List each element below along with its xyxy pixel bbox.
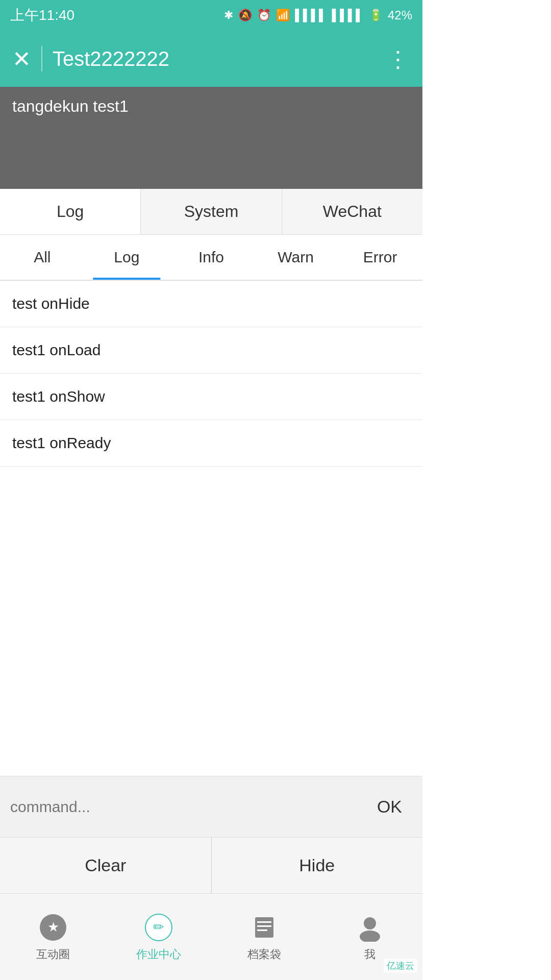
nav-label-homework: 作业中心: [136, 947, 181, 962]
main-tabs: Log System WeChat: [0, 189, 422, 235]
wifi-icon: 📶: [276, 9, 290, 22]
log-area: test onHide test1 onLoad test1 onShow te…: [0, 281, 422, 567]
status-bar: 上午11:40 ✱ 🔕 ⏰ 📶 ▌▌▌▌ ▌▌▌▌ 🔋 42%: [0, 0, 422, 31]
nav-item-social[interactable]: ★ 互动圈: [0, 912, 106, 962]
nav-label-social: 互动圈: [36, 947, 70, 962]
bottom-nav: ★ 互动圈 ✏ 作业中心 档案袋: [0, 893, 422, 980]
app-bar-title: Test2222222: [53, 47, 387, 70]
tab-log[interactable]: Log: [0, 189, 141, 234]
signal-icon-2: ▌▌▌▌: [332, 9, 364, 22]
svg-text:✏: ✏: [153, 919, 164, 935]
log-item: test1 onShow: [0, 374, 422, 420]
hide-button[interactable]: Hide: [212, 838, 423, 893]
filter-tabs: All Log Info Warn Error: [0, 235, 422, 281]
app-bar: ✕ Test2222222 ⋮: [0, 31, 422, 87]
alarm-icon: ⏰: [257, 9, 271, 22]
action-bar: Clear Hide: [0, 837, 422, 893]
svg-rect-4: [255, 917, 273, 938]
tab-wechat[interactable]: WeChat: [282, 189, 422, 234]
bluetooth-icon: ✱: [224, 9, 233, 22]
preview-area: tangdekun test1: [0, 87, 422, 189]
files-icon: [249, 912, 280, 943]
watermark: 亿速云: [384, 959, 417, 973]
filter-tab-error[interactable]: Error: [338, 235, 422, 280]
signal-icon-1: ▌▌▌▌: [295, 9, 327, 22]
clear-button[interactable]: Clear: [0, 838, 212, 893]
ok-button[interactable]: OK: [367, 792, 412, 822]
status-icons: ✱ 🔕 ⏰ 📶 ▌▌▌▌ ▌▌▌▌ 🔋 42%: [224, 8, 412, 22]
svg-rect-6: [257, 925, 271, 927]
filter-tab-all[interactable]: All: [0, 235, 85, 280]
more-button[interactable]: ⋮: [387, 46, 410, 72]
battery-icon: 🔋: [369, 9, 383, 22]
nav-label-files: 档案袋: [247, 947, 281, 962]
social-icon: ★: [38, 912, 68, 943]
svg-point-9: [360, 930, 380, 942]
homework-icon: ✏: [143, 912, 174, 943]
nav-label-me: 我: [364, 947, 375, 962]
nav-item-homework[interactable]: ✏ 作业中心: [106, 912, 211, 962]
filter-tab-warn[interactable]: Warn: [254, 235, 338, 280]
command-area: OK: [0, 776, 422, 837]
close-button[interactable]: ✕: [12, 46, 31, 72]
svg-point-8: [364, 917, 376, 929]
preview-text: tangdekun test1: [12, 97, 129, 115]
command-input[interactable]: [10, 776, 367, 837]
nav-item-files[interactable]: 档案袋: [211, 912, 317, 962]
svg-rect-7: [257, 929, 267, 931]
log-item: test1 onLoad: [0, 327, 422, 374]
tab-system[interactable]: System: [141, 189, 282, 234]
app-bar-divider: [41, 46, 42, 71]
filter-tab-info[interactable]: Info: [169, 235, 254, 280]
me-icon: [355, 912, 385, 943]
status-time: 上午11:40: [10, 6, 74, 25]
nav-item-me[interactable]: 我: [317, 912, 422, 962]
log-item: test onHide: [0, 281, 422, 327]
mute-icon: 🔕: [238, 9, 252, 22]
log-item: test1 onReady: [0, 420, 422, 467]
svg-text:★: ★: [47, 919, 59, 935]
filter-tab-log[interactable]: Log: [85, 235, 169, 280]
svg-rect-5: [257, 921, 271, 923]
battery-percentage: 42%: [388, 8, 412, 22]
